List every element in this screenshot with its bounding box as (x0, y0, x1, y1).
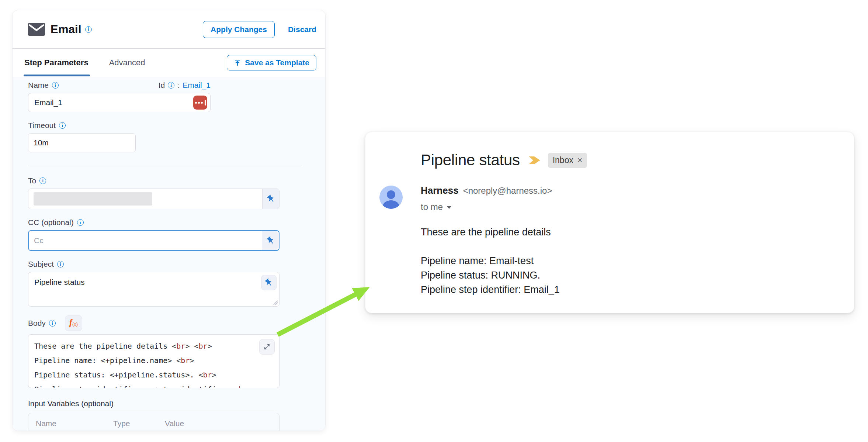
sender-name: Harness (421, 185, 459, 196)
name-info-icon[interactable]: i (52, 82, 59, 89)
input-variables-header: Name Type Value (36, 419, 272, 428)
pin-icon (264, 234, 277, 247)
important-marker-icon[interactable] (529, 156, 541, 165)
id-separator: : (177, 81, 180, 90)
body-info-icon[interactable]: i (49, 320, 56, 327)
email-subject-title: Pipeline status (421, 151, 520, 169)
discard-button[interactable]: Discard (288, 25, 316, 34)
recipient-label: to me (421, 202, 443, 212)
cc-label: CC (optional) (28, 218, 74, 227)
id-info-icon[interactable]: i (168, 82, 174, 89)
id-value-link[interactable]: Email_1 (183, 81, 211, 90)
timeout-field (28, 133, 136, 152)
body-label: Body (28, 319, 46, 328)
panel-title: Email (51, 23, 81, 36)
cc-input[interactable] (29, 231, 262, 250)
tabs-row: Step Parameters Advanced Save as Templat… (13, 49, 325, 76)
name-id-row: Name i Id i : Email_1 (28, 81, 211, 90)
tab-advanced[interactable]: Advanced (109, 49, 145, 76)
to-label: To (28, 176, 36, 185)
timeout-info-icon[interactable]: i (59, 122, 66, 129)
autofill-extension-icon[interactable] (193, 96, 207, 110)
sender-avatar[interactable] (379, 186, 403, 209)
remove-label-icon[interactable]: × (577, 155, 582, 165)
redacted-recipient (34, 192, 152, 206)
id-label: Id (159, 81, 165, 90)
inbox-chip-label: Inbox (553, 155, 573, 165)
panel-header: Email i Apply Changes Discard (13, 10, 325, 49)
cc-field (28, 230, 280, 251)
save-as-template-label: Save as Template (245, 58, 309, 67)
tab-step-parameters[interactable]: Step Parameters (24, 49, 88, 76)
email-body: These are the pipeline detailsPipeline n… (421, 225, 560, 297)
expression-fx-button[interactable]: f (x) (65, 315, 82, 331)
column-value: Value (165, 419, 184, 428)
tab-advanced-label: Advanced (109, 58, 145, 68)
pin-icon (263, 276, 275, 289)
to-input[interactable] (28, 189, 262, 209)
expand-icon (263, 343, 271, 351)
subject-info-icon[interactable]: i (57, 261, 64, 267)
subject-input-type-button[interactable] (261, 275, 277, 290)
cc-input-type-button[interactable] (262, 231, 279, 250)
sender-block: Harness <noreply@harness.io> to me (421, 185, 552, 212)
body-expand-button[interactable] (259, 339, 275, 355)
subject-field: Pipeline status (28, 272, 280, 307)
cc-info-icon[interactable]: i (77, 219, 84, 226)
section-divider (28, 166, 302, 166)
inbox-chip[interactable]: Inbox × (548, 153, 587, 168)
body-editor-code: These are the pipeline details <br> <br>… (34, 339, 273, 388)
pin-icon (265, 193, 277, 205)
to-field[interactable] (28, 189, 280, 209)
timeout-input[interactable] (28, 134, 136, 152)
email-step-panel: Email i Apply Changes Discard Step Param… (12, 10, 326, 431)
timeout-label: Timeout (28, 121, 56, 130)
body-editor[interactable]: These are the pipeline details <br> <br>… (28, 334, 280, 388)
name-input[interactable] (28, 93, 211, 112)
screen: Email i Apply Changes Discard Step Param… (0, 0, 868, 442)
column-name: Name (36, 419, 113, 428)
input-variables-table: Name Type Value + Add Input Variable (28, 413, 280, 431)
step-parameters-form: Name i Id i : Email_1 Timeout i (13, 77, 325, 431)
upload-icon (234, 59, 241, 66)
subject-label: Subject (28, 260, 54, 269)
email-step-icon (28, 23, 45, 36)
title-info-icon[interactable]: i (85, 26, 92, 33)
subject-input[interactable]: Pipeline status (28, 272, 280, 307)
recipient-row[interactable]: to me (421, 202, 552, 212)
fx-f-glyph: f (69, 317, 72, 328)
active-tab-underline (24, 75, 90, 76)
to-info-icon[interactable]: i (39, 177, 46, 184)
name-label: Name (28, 81, 49, 90)
email-preview-card: Pipeline status Inbox × Harness <noreply… (365, 132, 854, 313)
tab-step-parameters-label: Step Parameters (24, 58, 88, 68)
fx-sub-glyph: (x) (72, 321, 78, 327)
details-caret-icon[interactable] (447, 206, 452, 209)
to-input-type-button[interactable] (262, 189, 279, 209)
sender-address: <noreply@harness.io> (463, 186, 552, 196)
save-as-template-button[interactable]: Save as Template (227, 55, 316, 70)
apply-changes-button[interactable]: Apply Changes (203, 21, 275, 38)
input-variables-label: Input Variables (optional) (28, 399, 114, 408)
column-type: Type (113, 419, 165, 428)
